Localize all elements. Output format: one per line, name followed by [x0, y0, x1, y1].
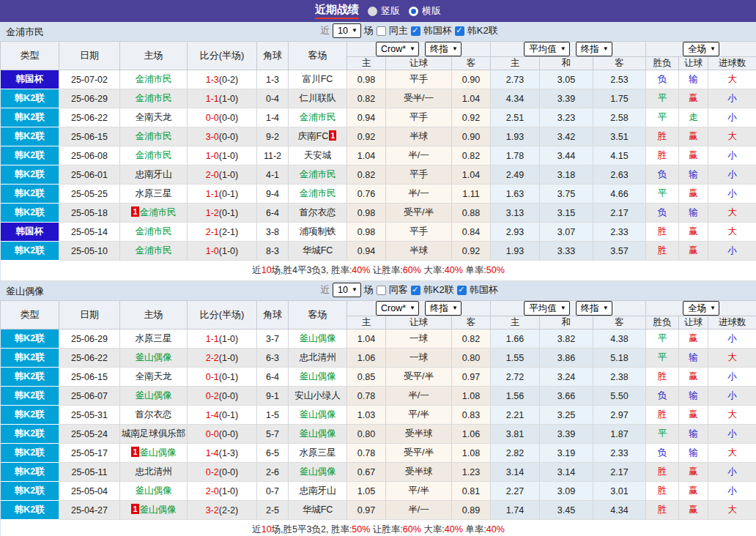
avg-away-cell: 4.38 [593, 330, 646, 349]
promotion-badge: 1 [131, 206, 138, 217]
match-row: 韩K2联25-05-181金浦市民1-2(0-1)6-4首尔衣恋0.98受平/半… [1, 204, 756, 223]
corner-cell: 11-2 [257, 146, 289, 165]
match-count-select[interactable]: 10▼ [333, 23, 361, 38]
same-home-checkbox[interactable] [377, 26, 386, 36]
avg-source-select[interactable]: 平均值▼ [524, 42, 569, 56]
avg-draw-cell: 3.82 [540, 330, 593, 349]
corner-cell: 6-3 [257, 349, 289, 368]
handicap-cell: 受平/半 [386, 444, 452, 463]
league-type-cell: 韩K2联 [1, 406, 59, 425]
vertical-layout-option[interactable]: 竖版 [368, 4, 400, 18]
home-odds-cell: 1.06 [347, 349, 386, 368]
date-cell: 25-05-17 [59, 444, 120, 463]
date-cell: 25-06-29 [59, 89, 120, 108]
home-team-cell: 城南足球俱乐部 [120, 425, 188, 444]
avg-draw-cell: 3.44 [540, 146, 593, 165]
horizontal-layout-option[interactable]: 横版 [409, 4, 441, 18]
match-row: 韩国杯25-05-14金浦市民2-1(2-1)3-8浦项制铁0.98平手0.84… [1, 223, 756, 242]
home-team-cell: 金浦市民 [120, 242, 188, 261]
full-match-select[interactable]: 全场▼ [683, 301, 719, 316]
league-type-cell: 韩国杯 [1, 70, 59, 89]
away-team-cell: 安山小绿人 [289, 387, 347, 406]
avg-home-cell: 1.93 [491, 127, 540, 146]
col-home: 主场 [120, 42, 188, 70]
col-type: 类型 [1, 301, 59, 330]
league-filter-checkbox-1[interactable] [411, 286, 420, 295]
col-date: 日期 [59, 301, 120, 330]
league-filter-checkbox-2[interactable] [457, 286, 467, 295]
away-team-cell: 天安城 [289, 146, 347, 165]
chevron-down-icon: ▼ [352, 287, 357, 293]
games-label: 场 [364, 283, 374, 297]
col-avg-draw: 和 [540, 57, 593, 70]
league-type-cell: 韩K2联 [1, 349, 59, 368]
col-date: 日期 [59, 42, 120, 70]
handicap-cell: 受半/一 [386, 89, 452, 108]
chevron-down-icon: ▼ [452, 46, 458, 52]
result-handicap-cell: 赢 [679, 185, 708, 204]
league-type-cell: 韩K2联 [1, 368, 59, 387]
result-wdl-cell: 平 [646, 108, 679, 127]
home-odds-cell: 0.92 [347, 127, 386, 146]
home-team-cell: 首尔衣恋 [120, 406, 188, 425]
handicap-cell: 半/一 [386, 185, 452, 204]
match-row: 韩K2联25-04-271釜山偶像3-2(2-2)2-5华城FC0.97半/一0… [1, 501, 756, 520]
result-handicap-cell: 赢 [679, 463, 708, 482]
away-team-cell: 忠南牙山 [289, 482, 347, 501]
avg-stage-select[interactable]: 终指▼ [576, 301, 612, 316]
match-count-select[interactable]: 10▼ [333, 283, 361, 297]
chevron-down-icon: ▼ [560, 305, 566, 311]
league-filter-checkbox-1[interactable] [411, 26, 420, 36]
full-match-select[interactable]: 全场▼ [683, 42, 719, 56]
result-wdl-cell: 胜 [646, 501, 679, 520]
match-row: 韩K2联25-06-15金浦市民3-0(0-0)9-2庆南FC10.92半球0.… [1, 127, 756, 146]
result-wdl-cell: 负 [646, 204, 679, 223]
odds-source-select[interactable]: Crow*▼ [376, 301, 419, 316]
league-type-cell: 韩K2联 [1, 127, 59, 146]
vertical-radio-label: 竖版 [381, 4, 400, 18]
home-team-cell: 1釜山偶像 [120, 444, 188, 463]
score-cell: 0-0(0-0) [188, 425, 257, 444]
date-cell: 25-06-22 [59, 108, 120, 127]
date-cell: 25-06-29 [59, 330, 120, 349]
result-handicap-cell: 赢 [679, 368, 708, 387]
result-goals-cell: 小 [708, 425, 756, 444]
avg-source-select[interactable]: 平均值▼ [524, 301, 569, 316]
league-type-cell: 韩K2联 [1, 425, 59, 444]
corner-cell: 9-1 [257, 387, 289, 406]
handicap-cell: 一球 [386, 330, 452, 349]
avg-draw-cell: 3.23 [540, 108, 593, 127]
vertical-radio-icon[interactable] [368, 7, 377, 16]
result-goals-cell: 小 [708, 387, 756, 406]
handicap-cell: 受半球 [386, 425, 452, 444]
horizontal-radio-icon[interactable] [409, 7, 418, 16]
result-wdl-cell: 平 [646, 425, 679, 444]
col-home: 主场 [120, 301, 188, 330]
score-cell: 3-0(0-0) [188, 127, 257, 146]
avg-draw-cell: 3.75 [540, 185, 593, 204]
league-filter-checkbox-2[interactable] [455, 26, 464, 36]
col-result-handicap: 让球 [679, 57, 708, 70]
result-handicap-cell: 赢 [679, 330, 708, 349]
match-row: 韩K2联25-05-25水原三星1-1(0-1)9-4金浦市民0.76半/一1.… [1, 185, 756, 204]
odds-stage-select[interactable]: 终指▼ [425, 301, 462, 316]
section-header-busan: 釜山偶像 近 10▼ 场 同客 韩K2联 韩国杯 [0, 281, 756, 300]
corner-cell: 6-4 [257, 204, 289, 223]
score-cell: 2-2(1-0) [188, 349, 257, 368]
col-away: 客场 [289, 42, 347, 70]
avg-home-cell: 2.49 [491, 165, 540, 185]
avg-stage-select[interactable]: 终指▼ [576, 42, 612, 56]
same-away-checkbox[interactable] [377, 286, 386, 295]
home-odds-cell: 0.94 [347, 108, 386, 127]
odds-source-select[interactable]: Crow*▼ [376, 42, 419, 56]
home-team-cell: 金浦市民 [120, 146, 188, 165]
corner-cell: 9-2 [257, 127, 289, 146]
odds-stage-select[interactable]: 终指▼ [425, 42, 462, 56]
league-type-cell: 韩K2联 [1, 165, 59, 185]
col-result-handicap: 让球 [679, 316, 708, 330]
avg-draw-cell: 3.07 [540, 223, 593, 242]
col-avg-home: 主 [491, 316, 540, 330]
score-cell: 1-1(1-0) [188, 89, 257, 108]
avg-draw-cell: 3.39 [540, 89, 593, 108]
recent-results-table-busan: 类型 日期 主场 比分(半场) 角球 客场 Crow*▼ 终指▼ 平均值▼ 终指… [0, 300, 756, 536]
